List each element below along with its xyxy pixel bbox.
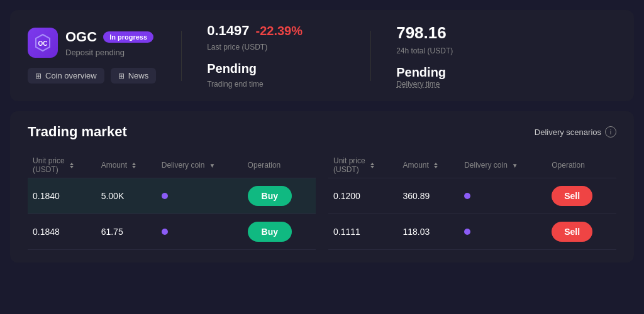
buy-button-1[interactable]: Buy — [248, 186, 292, 206]
volume-label: 24h total (USDT) — [396, 46, 522, 55]
table-row: 0.1200 360.89 Sell — [328, 178, 616, 214]
buy-delivery-1 — [157, 178, 243, 214]
delivery-block: Pending Delivery time — [396, 65, 522, 89]
info-icon: i — [605, 126, 616, 138]
coin-header: OC OGC In progress Deposit pending — [28, 28, 153, 58]
price-row: 0.1497 -22.39% — [207, 23, 345, 39]
sell-delivery-1 — [459, 178, 547, 214]
deposit-status: Deposit pending — [65, 48, 153, 57]
tab-coin-overview[interactable]: ⊞ Coin overview — [28, 68, 104, 84]
delivery-status: Pending — [396, 65, 522, 80]
buy-price-2: 0.1848 — [28, 214, 96, 250]
buy-delivery-2 — [157, 214, 243, 250]
buy-amount-1: 5.00K — [96, 178, 157, 214]
price-change: -22.39% — [255, 24, 303, 38]
sell-table-container: Unit price(USDT) Amount — [328, 153, 616, 250]
trading-title: Trading market — [28, 124, 127, 140]
delivery-dot — [464, 193, 470, 199]
coin-name-block: OGC In progress Deposit pending — [65, 29, 153, 57]
trading-section: Trading market Delivery scenarios i Unit… — [10, 111, 634, 263]
top-panel: OC OGC In progress Deposit pending ⊞ Coi… — [10, 10, 634, 101]
sell-operation-2: Sell — [547, 214, 616, 250]
svg-text:OC: OC — [38, 40, 48, 47]
sell-amount-1: 360.89 — [397, 178, 459, 214]
coin-info: OC OGC In progress Deposit pending ⊞ Coi… — [28, 28, 156, 84]
sell-operation-1: Sell — [547, 178, 616, 214]
sell-price-2: 0.1111 — [328, 214, 397, 250]
delivery-dot — [464, 229, 470, 235]
sell-col-delivery-coin: Delivery coin ▼ — [459, 153, 547, 178]
sort-sell-amount-icon[interactable] — [434, 163, 438, 168]
buy-price-1: 0.1840 — [28, 178, 96, 214]
news-icon: ⊞ — [118, 72, 125, 80]
sort-sell-unit-price-icon[interactable] — [370, 163, 374, 168]
delivery-label: Delivery time — [396, 80, 522, 89]
coin-tabs: ⊞ Coin overview ⊞ News — [28, 68, 156, 84]
divider-2 — [370, 31, 371, 81]
table-row: 0.1848 61.75 Buy — [28, 214, 316, 250]
tab-news-label: News — [128, 71, 149, 80]
volume-block: 798.16 24h total (USDT) Pending Delivery… — [396, 23, 522, 89]
sell-button-2[interactable]: Sell — [552, 222, 592, 242]
sell-col-amount: Amount — [397, 153, 459, 178]
price-value: 0.1497 — [207, 23, 249, 39]
coin-name-row: OGC In progress — [65, 29, 153, 45]
sell-delivery-coin-dropdown-icon[interactable]: ▼ — [512, 162, 518, 169]
trading-end-label: Trading end time — [207, 80, 345, 89]
coin-logo: OC — [28, 28, 58, 58]
delivery-dot — [162, 229, 168, 235]
sell-col-unit-price: Unit price(USDT) — [328, 153, 397, 178]
tab-news[interactable]: ⊞ News — [111, 68, 157, 84]
buy-amount-2: 61.75 — [96, 214, 157, 250]
sell-amount-2: 118.03 — [397, 214, 459, 250]
delivery-scenarios-button[interactable]: Delivery scenarios i — [535, 126, 616, 138]
sort-amount-icon[interactable] — [132, 163, 136, 168]
divider-1 — [181, 31, 182, 81]
buy-table-container: Unit price(USDT) Amount — [28, 153, 316, 250]
market-tables: Unit price(USDT) Amount — [28, 153, 616, 250]
delivery-dot — [162, 193, 168, 199]
buy-operation-2: Buy — [243, 214, 316, 250]
sell-col-operation: Operation — [547, 153, 616, 178]
buy-button-2[interactable]: Buy — [248, 222, 292, 242]
buy-col-amount: Amount — [96, 153, 157, 178]
coin-overview-icon: ⊞ — [35, 72, 42, 80]
table-row: 0.1840 5.00K Buy — [28, 178, 316, 214]
coin-symbol: OGC — [65, 29, 97, 45]
sell-delivery-2 — [459, 214, 547, 250]
delivery-coin-dropdown-icon[interactable]: ▼ — [209, 162, 215, 169]
buy-col-unit-price: Unit price(USDT) — [28, 153, 96, 178]
buy-col-delivery-coin: Delivery coin ▼ — [157, 153, 243, 178]
volume-value: 798.16 — [396, 23, 522, 43]
delivery-scenarios-label: Delivery scenarios — [535, 127, 601, 137]
price-block: 0.1497 -22.39% Last price (USDT) Pending… — [207, 23, 345, 89]
trading-end-status: Pending — [207, 62, 345, 76]
buy-table: Unit price(USDT) Amount — [28, 153, 316, 250]
buy-col-operation: Operation — [243, 153, 316, 178]
status-badge: In progress — [103, 31, 153, 43]
sell-price-1: 0.1200 — [328, 178, 397, 214]
sell-button-1[interactable]: Sell — [552, 186, 592, 206]
sell-table: Unit price(USDT) Amount — [328, 153, 616, 250]
trading-header: Trading market Delivery scenarios i — [28, 124, 616, 140]
sort-unit-price-icon[interactable] — [70, 163, 74, 168]
tab-coin-overview-label: Coin overview — [45, 71, 97, 80]
buy-operation-1: Buy — [243, 178, 316, 214]
price-label: Last price (USDT) — [207, 43, 345, 51]
table-row: 0.1111 118.03 Sell — [328, 214, 616, 250]
